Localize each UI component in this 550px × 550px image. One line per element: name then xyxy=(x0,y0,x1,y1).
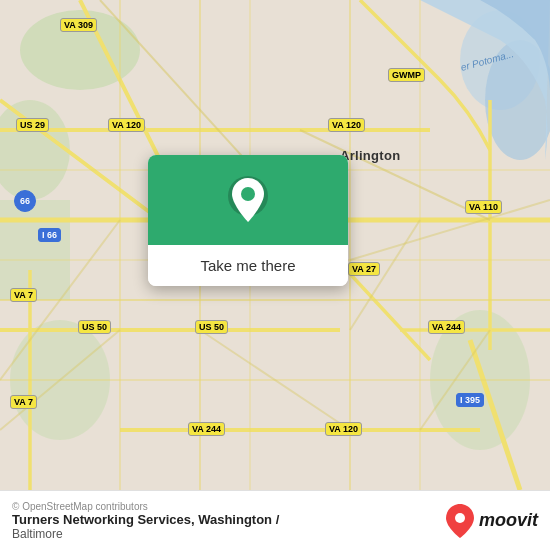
road-badge-us50-left: US 50 xyxy=(78,320,111,334)
footer-subtitle: Baltimore xyxy=(12,527,279,541)
road-badge-va27: VA 27 xyxy=(348,262,380,276)
footer: © OpenStreetMap contributors Turners Net… xyxy=(0,490,550,550)
take-me-there-button[interactable]: Take me there xyxy=(148,245,348,286)
road-badge-va120-upper: VA 120 xyxy=(108,118,145,132)
moovit-pin-icon xyxy=(445,502,475,540)
road-badge-va244-left: VA 244 xyxy=(188,422,225,436)
road-badge-va7-lower: VA 7 xyxy=(10,395,37,409)
road-badge-i395: I 395 xyxy=(456,393,484,407)
road-badge-gwmp: GWMP xyxy=(388,68,425,82)
svg-rect-3 xyxy=(0,200,70,300)
city-label: Arlington xyxy=(340,148,400,163)
road-badge-i66: I 66 xyxy=(38,228,61,242)
road-badge-va244-right: VA 244 xyxy=(428,320,465,334)
popup-card: Take me there xyxy=(148,155,348,286)
footer-left: © OpenStreetMap contributors Turners Net… xyxy=(12,501,279,541)
road-badge-va120-upper-right: VA 120 xyxy=(328,118,365,132)
road-badge-66: 66 xyxy=(14,190,36,212)
road-badge-va309: VA 309 xyxy=(60,18,97,32)
location-pin-icon xyxy=(226,174,270,226)
moovit-text-label: moovit xyxy=(479,510,538,531)
svg-point-38 xyxy=(241,187,255,201)
footer-copyright: © OpenStreetMap contributors xyxy=(12,501,279,512)
moovit-logo: moovit xyxy=(445,502,538,540)
road-badge-va110: VA 110 xyxy=(465,200,502,214)
popup-green-area xyxy=(148,155,348,245)
map-container: Arlington er Potoma... VA 309 VA 120 US … xyxy=(0,0,550,490)
footer-title: Turners Networking Services, Washington … xyxy=(12,512,279,527)
road-badge-va7-upper: VA 7 xyxy=(10,288,37,302)
road-badge-us50-right: US 50 xyxy=(195,320,228,334)
road-badge-va120-lower: VA 120 xyxy=(325,422,362,436)
road-badge-us29: US 29 xyxy=(16,118,49,132)
svg-point-39 xyxy=(455,513,465,523)
